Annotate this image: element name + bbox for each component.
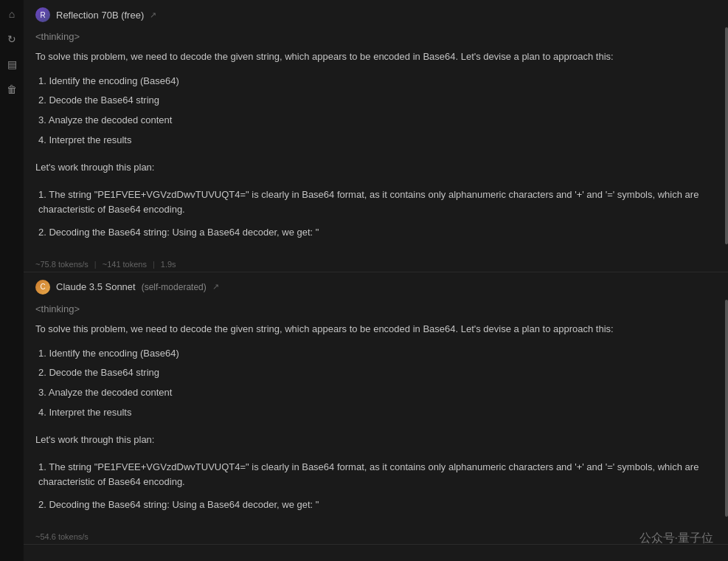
detail-list-2: 1. The string "PE1FVEE+VGVzdDwvTUVUQT4="… <box>35 460 716 513</box>
stats-bar-1: ~75.8 tokens/s|~141 tokens|1.9s <box>24 257 728 272</box>
intro-text-1: To solve this problem, we need to decode… <box>35 49 716 65</box>
thinking-tag-1: <thinking> <box>35 30 716 45</box>
tokens-per-sec-2: ~54.6 tokens/s <box>35 532 89 541</box>
model-name-1: Reflection 70B (free) <box>56 10 144 21</box>
time-1: 1.9s <box>161 260 176 269</box>
detail-item-1-2: 2. Decoding the Base64 string: Using a B… <box>35 225 716 241</box>
avatar-1: R <box>35 7 50 22</box>
model-suffix-2: (self-moderated) <box>142 282 207 292</box>
document-icon[interactable]: ▤ <box>4 56 20 72</box>
chat-block-1: RReflection 70B (free)↗<thinking>To solv… <box>24 0 728 272</box>
scroll-thumb-2[interactable] <box>725 300 728 517</box>
trash-icon[interactable]: 🗑 <box>4 81 20 97</box>
intro-text-2: To solve this problem, we need to decode… <box>35 322 716 337</box>
steps-list-1: 1. Identify the encoding (Base64)2. Deco… <box>35 74 716 148</box>
step-item-1-2: 2. Decode the Base64 string <box>35 93 716 109</box>
detail-item-2-1: 1. The string "PE1FVEE+VGVzdDwvTUVUQT4="… <box>35 460 716 491</box>
main-content: RReflection 70B (free)↗<thinking>To solv… <box>24 0 728 561</box>
detail-list-1: 1. The string "PE1FVEE+VGVzdDwvTUVUQT4="… <box>35 187 716 241</box>
sidebar: ⌂ ↻ ▤ 🗑 <box>0 0 24 561</box>
chat-body-2: <thinking>To solve this problem, we need… <box>24 299 728 529</box>
chat-body-1: <thinking>To solve this problem, we need… <box>24 27 728 257</box>
plan-text-2: Let's work through this plan: <box>35 433 716 448</box>
scrollbar-1[interactable] <box>724 0 728 272</box>
step-item-2-4: 4. Interpret the results <box>35 405 716 421</box>
avatar-2: C <box>35 280 50 295</box>
chat-block-2: CClaude 3.5 Sonnet(self-moderated)↗<thin… <box>24 272 728 545</box>
external-link-icon-1[interactable]: ↗ <box>150 10 156 20</box>
plan-text-1: Let's work through this plan: <box>35 160 716 176</box>
tokens-per-sec-1: ~75.8 tokens/s <box>35 260 89 269</box>
step-item-1-1: 1. Identify the encoding (Base64) <box>35 74 716 89</box>
steps-list-2: 1. Identify the encoding (Base64)2. Deco… <box>35 346 716 421</box>
watermark: 公众号·量子位 <box>639 531 713 546</box>
chat-header-2: CClaude 3.5 Sonnet(self-moderated)↗ <box>24 272 728 299</box>
thinking-tag-2: <thinking> <box>35 302 716 317</box>
scrollbar-2[interactable] <box>724 272 728 544</box>
stats-sep2-1: | <box>153 260 155 269</box>
step-item-1-4: 4. Interpret the results <box>35 133 716 148</box>
scroll-track-2 <box>724 272 728 544</box>
step-item-2-3: 3. Analyze the decoded content <box>35 385 716 401</box>
chat-header-1: RReflection 70B (free)↗ <box>24 0 728 27</box>
step-item-1-3: 3. Analyze the decoded content <box>35 113 716 128</box>
tokens-count-1: ~141 tokens <box>103 260 147 269</box>
step-item-2-2: 2. Decode the Base64 string <box>35 365 716 381</box>
chat-container: RReflection 70B (free)↗<thinking>To solv… <box>24 0 728 561</box>
detail-item-1-1: 1. The string "PE1FVEE+VGVzdDwvTUVUQT4="… <box>35 187 716 218</box>
detail-item-2-2: 2. Decoding the Base64 string: Using a B… <box>35 498 716 513</box>
home-icon[interactable]: ⌂ <box>4 6 20 22</box>
step-item-2-1: 1. Identify the encoding (Base64) <box>35 346 716 362</box>
stats-bar-2: ~54.6 tokens/s <box>24 529 728 544</box>
scroll-thumb-1[interactable] <box>725 27 728 244</box>
refresh-icon[interactable]: ↻ <box>4 31 20 47</box>
external-link-icon-2[interactable]: ↗ <box>212 282 219 292</box>
stats-sep1-1: | <box>94 260 97 269</box>
model-name-2: Claude 3.5 Sonnet <box>56 281 136 292</box>
scroll-track-1 <box>724 0 728 272</box>
